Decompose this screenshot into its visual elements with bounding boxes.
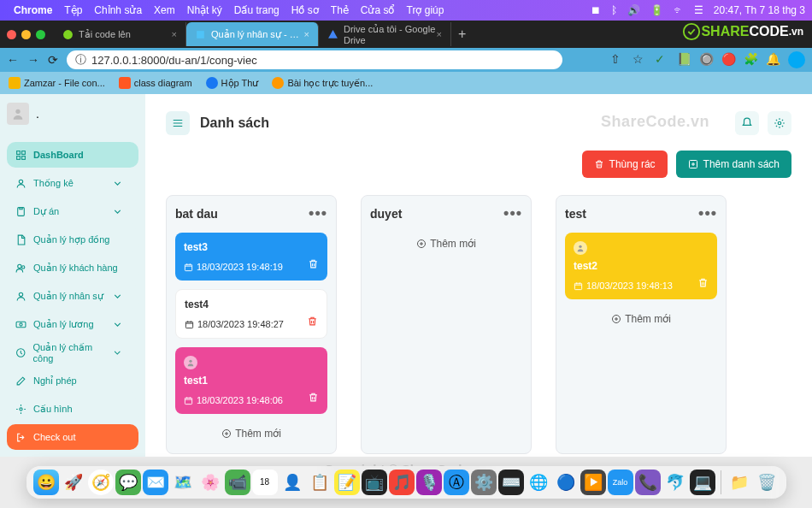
reload-button[interactable]: ⟳ (48, 53, 58, 67)
card[interactable]: test118/03/2023 19:48:06 (175, 347, 327, 414)
sidebar-item-7[interactable]: Quản lý chấm công (7, 340, 138, 365)
wifi-icon[interactable]: ᯤ (674, 4, 684, 16)
window-close-icon[interactable] (7, 30, 16, 39)
terminal-icon[interactable]: ⌨️ (498, 470, 524, 495)
close-icon[interactable]: × (437, 29, 442, 39)
profile-avatar[interactable] (788, 51, 805, 68)
user-avatar[interactable]: . (7, 103, 138, 142)
extension-icon-3[interactable]: 🔘 (699, 52, 715, 68)
url-field[interactable]: ⓘ 127.0.0.1:8000/du-an/1/cong-viec (67, 50, 562, 69)
menu-app-name[interactable]: Chrome (14, 4, 52, 16)
sidebar-item-9[interactable]: Cấu hình (7, 396, 138, 422)
add-card-button[interactable]: Thêm mới (565, 308, 717, 330)
bookmark-class-diagram[interactable]: class diagram (119, 77, 192, 89)
sidebar-item-4[interactable]: Quản lý khách hàng (7, 255, 138, 281)
notification-icon[interactable]: 🔔 (766, 52, 781, 68)
quicktime-icon[interactable]: ▶️ (580, 470, 606, 495)
safari-icon[interactable]: 🧭 (88, 470, 114, 495)
menu-file[interactable]: Tệp (64, 4, 82, 16)
clock[interactable]: 20:47, Th 7 18 thg 3 (714, 4, 805, 16)
notes-icon[interactable]: 📝 (334, 470, 360, 495)
tab-2[interactable]: Drive của tôi - Google Drive × (319, 22, 451, 46)
bluetooth-icon[interactable]: ᛒ (611, 4, 617, 16)
ide-icon[interactable]: 💻 (690, 470, 715, 495)
sidebar-item-2[interactable]: Dự án (7, 198, 138, 224)
extension-icon-4[interactable]: 🔴 (721, 52, 737, 68)
tv-icon[interactable]: 📺 (362, 470, 387, 495)
podcasts-icon[interactable]: 🎙️ (416, 470, 442, 495)
bookmark-zamzar[interactable]: Zamzar - File con... (9, 77, 105, 89)
sidebar-item-1[interactable]: Thống kê (7, 170, 138, 196)
sidebar-item-6[interactable]: Quản lý lương (7, 311, 138, 337)
trash-button[interactable]: Thùng rác (582, 151, 668, 178)
mail-icon[interactable]: ✉️ (143, 470, 168, 495)
mysql-icon[interactable]: 🐬 (662, 470, 688, 495)
battery-icon[interactable]: 🔋 (650, 4, 663, 16)
card[interactable]: test218/03/2023 19:48:13 (565, 233, 717, 299)
forward-button[interactable]: → (27, 53, 39, 67)
card[interactable]: test418/03/2023 19:48:27 (175, 289, 327, 339)
close-icon[interactable]: × (172, 29, 177, 39)
chrome-icon[interactable]: 🔵 (553, 470, 579, 495)
window-minimize-icon[interactable] (21, 30, 31, 39)
photos-icon[interactable]: 🌸 (197, 470, 223, 495)
puzzle-icon[interactable]: 🧩 (744, 52, 759, 68)
finder-icon[interactable]: 😀 (33, 470, 59, 495)
maps-icon[interactable]: 🗺️ (170, 470, 196, 495)
music-icon[interactable]: 🎵 (389, 470, 415, 495)
sidebar-item-10[interactable]: Check out (7, 424, 138, 450)
star-icon[interactable]: ☆ (633, 52, 648, 68)
notification-button[interactable] (735, 111, 759, 135)
card-delete-button[interactable] (307, 316, 318, 329)
sidebar-item-8[interactable]: Nghỉ phép (7, 368, 138, 393)
card-delete-button[interactable] (308, 392, 319, 405)
add-card-button[interactable]: Thêm mới (175, 422, 327, 445)
zalo-icon[interactable]: Zalo (608, 470, 633, 495)
board-more-button[interactable]: ••• (698, 204, 717, 222)
facetime-icon[interactable]: 📹 (225, 470, 250, 495)
edge-icon[interactable]: 🌐 (526, 470, 551, 495)
menu-help[interactable]: Trợ giúp (407, 4, 444, 16)
volume-icon[interactable]: 🔊 (627, 4, 640, 16)
appstore-icon[interactable]: Ⓐ (444, 470, 469, 495)
menu-bookmarks[interactable]: Dấu trang (234, 4, 279, 16)
window-maximize-icon[interactable] (36, 30, 45, 39)
reminders-icon[interactable]: 📋 (307, 470, 332, 495)
menu-window[interactable]: Cửa sổ (361, 4, 395, 16)
traffic-lights[interactable] (7, 30, 45, 39)
sidebar-item-0[interactable]: DashBoard (7, 142, 138, 168)
board-more-button[interactable]: ••• (503, 204, 522, 222)
screen-record-icon[interactable]: ⏹ (591, 4, 601, 16)
launchpad-icon[interactable]: 🚀 (61, 470, 86, 495)
info-icon[interactable]: ⓘ (75, 52, 86, 68)
messages-icon[interactable]: 💬 (115, 470, 141, 495)
new-tab-button[interactable]: + (451, 27, 473, 42)
settings-icon[interactable]: ⚙️ (471, 470, 497, 495)
viber-icon[interactable]: 📞 (635, 470, 661, 495)
share-icon[interactable]: ⇧ (610, 52, 626, 68)
board-more-button[interactable]: ••• (309, 204, 327, 222)
control-center-icon[interactable]: ☰ (694, 4, 703, 16)
add-list-button[interactable]: Thêm danh sách (676, 151, 791, 178)
menu-tab[interactable]: Thẻ (331, 4, 349, 16)
close-icon[interactable]: × (304, 29, 309, 39)
bookmark-lesson[interactable]: Bài học trực tuyến... (272, 77, 373, 89)
card-delete-button[interactable] (697, 277, 709, 291)
calendar-icon[interactable]: 18 (252, 470, 278, 495)
extension-icon[interactable]: ✓ (655, 52, 670, 68)
back-button[interactable]: ← (7, 53, 19, 67)
sidebar-item-5[interactable]: Quản lý nhân sự (7, 283, 138, 309)
downloads-icon[interactable]: 📁 (727, 470, 752, 495)
menu-history[interactable]: Nhật ký (187, 4, 222, 16)
trash-dock-icon[interactable]: 🗑️ (754, 470, 780, 495)
sidebar-item-3[interactable]: Quản lý hợp đồng (7, 227, 138, 252)
contacts-icon[interactable]: 👤 (279, 470, 305, 495)
menu-view[interactable]: Xem (154, 4, 175, 16)
card-delete-button[interactable] (308, 258, 319, 272)
card[interactable]: test318/03/2023 19:48:19 (175, 233, 327, 281)
toggle-sidebar-button[interactable] (166, 111, 190, 135)
settings-button[interactable] (768, 111, 791, 135)
bookmark-mail[interactable]: Hộp Thư (206, 77, 259, 89)
add-card-button[interactable]: Thêm mới (370, 233, 522, 255)
menu-edit[interactable]: Chỉnh sửa (94, 4, 142, 16)
